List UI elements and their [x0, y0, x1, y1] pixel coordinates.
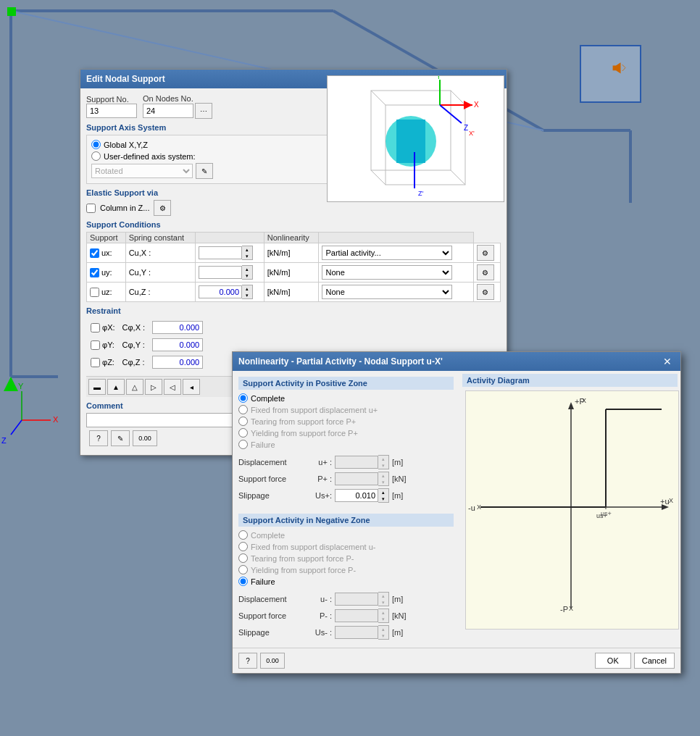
us-minus-label: Us- : [307, 628, 332, 637]
phiy-checkbox[interactable] [91, 340, 100, 350]
pos-complete-label: Complete [251, 394, 285, 403]
global-axis-label: Global X,Y,Z [104, 141, 148, 149]
cu-y-up[interactable]: ▴ [242, 266, 252, 272]
nonlin-help-btn[interactable]: ? [238, 653, 257, 669]
slippage-neg-label: Slippage [238, 628, 304, 637]
svg-text:-u: -u [468, 503, 475, 512]
phix-checkbox[interactable] [91, 323, 100, 333]
u-plus-unit: [m] [392, 458, 403, 467]
svg-line-18 [371, 91, 386, 105]
ux-nonlin-edit[interactable]: ⚙ [477, 245, 494, 261]
edit-btn[interactable]: ✎ [111, 430, 130, 446]
on-nodes-input[interactable] [143, 104, 193, 118]
displacement-neg-label: Displacement [238, 595, 304, 603]
uz-checkbox[interactable] [90, 288, 99, 297]
us-plus-input[interactable] [335, 489, 378, 502]
nonlin-right-panel: Activity Diagram +P X +u X -u X -P [459, 371, 680, 648]
main-dialog-title: Edit Nodal Support [86, 74, 165, 84]
toolbar-btn-6[interactable]: ◂ [183, 379, 200, 395]
toolbar-btn-5[interactable]: ◁ [164, 379, 181, 395]
column-in-z-label: Column in Z... [100, 204, 149, 212]
ux-row: ux: Cu,X : ▴ ▾ [kN/m] [87, 243, 501, 263]
nonlin-calc-btn[interactable]: 0.00 [260, 653, 285, 669]
uz-nonlin-select[interactable]: None [322, 285, 452, 299]
pos-fixed-label: Fixed from support displacement u+ [251, 406, 378, 414]
us-minus-up: ▴ [378, 626, 388, 632]
uz-nonlin-edit[interactable]: ⚙ [477, 284, 494, 300]
cu-x-input[interactable] [199, 246, 242, 259]
cu-z-down[interactable]: ▾ [242, 292, 252, 298]
on-nodes-browse-btn[interactable]: ⋯ [195, 103, 212, 119]
cu-y-input[interactable] [199, 266, 242, 279]
user-axis-radio[interactable] [91, 151, 101, 161]
svg-text:Z: Z [1, 436, 7, 445]
ux-checkbox[interactable] [90, 248, 99, 258]
svg-line-19 [451, 91, 465, 105]
camera-preview-box [580, 45, 641, 103]
pos-failure-radio[interactable] [238, 440, 248, 449]
c-phi-z-input[interactable] [152, 356, 203, 369]
uy-checkbox[interactable] [90, 268, 99, 277]
p-minus-unit: [kN] [392, 611, 407, 620]
toolbar-btn-1[interactable]: ▬ [88, 379, 106, 395]
pos-yielding-radio[interactable] [238, 428, 248, 438]
svg-line-20 [371, 170, 386, 185]
c-phi-y-input[interactable] [152, 338, 203, 351]
axis-edit-btn[interactable]: ✎ [196, 163, 213, 179]
us-plus-up[interactable]: ▴ [378, 489, 388, 495]
phiz-checkbox[interactable] [91, 358, 100, 367]
column-edit-btn[interactable]: ⚙ [154, 200, 171, 216]
svg-text:X: X [53, 415, 59, 424]
nonlin-content: Support Activity in Positive Zone Comple… [233, 371, 680, 648]
pos-complete-radio[interactable] [238, 393, 248, 403]
support-no-input[interactable] [86, 104, 137, 118]
toolbar-btn-2[interactable]: ▲ [107, 379, 125, 395]
neg-failure-radio[interactable] [238, 577, 248, 586]
toolbar-btn-3[interactable]: △ [126, 379, 143, 395]
p-plus-label: P+ : [307, 474, 332, 483]
cu-x-up[interactable]: ▴ [242, 246, 252, 253]
cu-y-down[interactable]: ▾ [242, 272, 252, 279]
displacement-label: Displacement [238, 458, 304, 467]
nonlin-dialog-close[interactable]: ✕ [660, 356, 675, 367]
uy-row: uy: Cu,Y : ▴ ▾ [kN/m] [87, 263, 501, 283]
us-minus-unit: [m] [392, 628, 403, 637]
pos-fixed-radio[interactable] [238, 405, 248, 414]
cu-z-up[interactable]: ▴ [242, 285, 252, 292]
neg-tearing-label: Tearing from support force P- [251, 554, 354, 563]
neg-tearing-radio[interactable] [238, 553, 248, 563]
cancel-button[interactable]: Cancel [634, 653, 675, 669]
activity-diagram-label: Activity Diagram [462, 374, 678, 387]
conditions-label: Support Conditions [86, 220, 501, 229]
p-plus-unit: [kN] [392, 474, 407, 483]
column-in-z-checkbox[interactable] [86, 204, 96, 213]
svg-text:+u: +u [660, 497, 670, 506]
negative-zone-header: Support Activity in Negative Zone [238, 514, 454, 527]
ux-nonlin-select[interactable]: Partial activity... [322, 246, 452, 260]
us-plus-down[interactable]: ▾ [378, 495, 388, 502]
pos-tearing-radio[interactable] [238, 417, 248, 426]
c-phi-x-input[interactable] [152, 321, 203, 334]
svg-text:Y: Y [18, 382, 24, 390]
uy-nonlin-edit[interactable]: ⚙ [477, 264, 494, 280]
neg-fixed-radio[interactable] [238, 542, 248, 551]
u-minus-down: ▾ [378, 599, 388, 606]
neg-complete-radio[interactable] [238, 530, 248, 540]
p-minus-label: P- : [307, 611, 332, 620]
p-plus-input [335, 472, 378, 485]
p-plus-down: ▾ [378, 479, 388, 485]
rotated-select[interactable]: Rotated [91, 164, 193, 178]
positive-zone-header: Support Activity in Positive Zone [238, 377, 454, 390]
calc-btn[interactable]: 0.00 [133, 430, 157, 446]
ok-button[interactable]: OK [595, 653, 631, 669]
svg-rect-23 [396, 120, 425, 163]
cu-z-input[interactable] [199, 285, 242, 298]
support-force-label: Support force [238, 474, 304, 483]
global-axis-radio[interactable] [91, 140, 101, 149]
cu-x-down[interactable]: ▾ [242, 253, 252, 259]
toolbar-btn-4[interactable]: ▷ [145, 379, 162, 395]
uy-nonlin-select[interactable]: None [322, 265, 452, 280]
neg-complete-label: Complete [251, 531, 285, 540]
neg-yielding-radio[interactable] [238, 565, 248, 574]
help-btn[interactable]: ? [89, 430, 108, 446]
